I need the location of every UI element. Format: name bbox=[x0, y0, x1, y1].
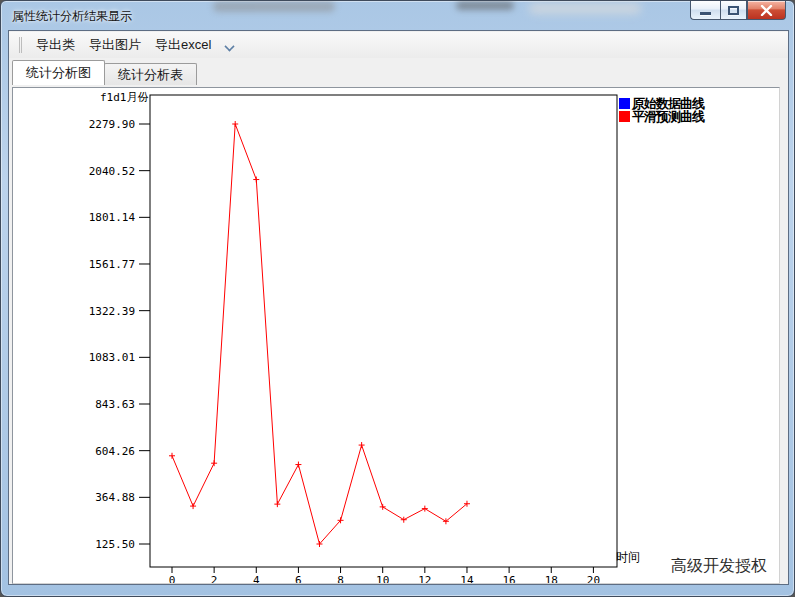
toolbar: 导出类 导出图片 导出excel bbox=[9, 32, 788, 58]
background-blur bbox=[456, 1, 514, 10]
svg-text:平滑预测曲线: 平滑预测曲线 bbox=[632, 109, 705, 124]
svg-text:8: 8 bbox=[337, 574, 344, 583]
series-line-1 bbox=[169, 121, 470, 547]
toolbar-item-export-excel[interactable]: 导出excel bbox=[148, 33, 218, 57]
svg-text:843.63: 843.63 bbox=[95, 398, 135, 411]
maximize-icon bbox=[728, 6, 739, 15]
tab-statistics-table[interactable]: 统计分析表 bbox=[104, 63, 197, 85]
svg-text:2279.90: 2279.90 bbox=[89, 118, 135, 131]
license-label: 高级开发授权 bbox=[671, 556, 767, 577]
svg-text:1083.01: 1083.01 bbox=[89, 351, 135, 364]
toolbar-item-export-image[interactable]: 导出图片 bbox=[82, 33, 148, 57]
svg-text:1322.39: 1322.39 bbox=[89, 305, 135, 318]
svg-text:0: 0 bbox=[169, 574, 176, 583]
svg-text:1801.14: 1801.14 bbox=[89, 211, 136, 224]
svg-text:125.50: 125.50 bbox=[95, 538, 135, 551]
legend: 原始数据曲线平滑预测曲线 bbox=[619, 96, 705, 124]
toolbar-grip[interactable] bbox=[19, 37, 22, 53]
svg-text:14: 14 bbox=[460, 574, 474, 583]
y-axis-title: f1d1月份 bbox=[100, 91, 149, 104]
svg-text:364.88: 364.88 bbox=[95, 491, 135, 504]
background-blur bbox=[213, 1, 335, 12]
svg-text:20: 20 bbox=[587, 574, 600, 583]
svg-text:18: 18 bbox=[545, 574, 558, 583]
svg-text:2: 2 bbox=[211, 574, 218, 583]
svg-text:4: 4 bbox=[253, 574, 260, 583]
chart-panel: f1d1月份时间125.50364.88604.26843.631083.011… bbox=[12, 87, 780, 584]
svg-text:16: 16 bbox=[502, 574, 515, 583]
line-chart: f1d1月份时间125.50364.88604.26843.631083.011… bbox=[13, 88, 779, 583]
window-controls bbox=[690, 0, 786, 20]
tab-strip: 统计分析图 统计分析表 bbox=[12, 60, 196, 85]
y-axis-labels: 125.50364.88604.26843.631083.011322.3915… bbox=[89, 118, 150, 551]
close-icon bbox=[760, 5, 773, 16]
minimize-icon bbox=[700, 12, 711, 15]
window-title: 属性统计分析结果显示 bbox=[12, 8, 132, 25]
svg-text:1561.77: 1561.77 bbox=[89, 258, 135, 271]
svg-text:10: 10 bbox=[376, 574, 389, 583]
title-bar[interactable]: 属性统计分析结果显示 bbox=[1, 1, 794, 31]
svg-text:604.26: 604.26 bbox=[95, 445, 135, 458]
toolbar-item-export-class[interactable]: 导出类 bbox=[29, 33, 82, 57]
x-axis-labels: 02468101214161820 bbox=[169, 567, 600, 583]
svg-text:6: 6 bbox=[295, 574, 302, 583]
minimize-button[interactable] bbox=[690, 0, 720, 20]
close-button[interactable] bbox=[747, 0, 786, 20]
plot-frame bbox=[150, 95, 617, 567]
background-blur bbox=[529, 3, 641, 14]
x-axis-title: 时间 bbox=[616, 550, 640, 564]
client-area: 导出类 导出图片 导出excel 统计分析图 统计分析表 f1d1月份时间125… bbox=[9, 31, 788, 584]
tab-statistics-chart[interactable]: 统计分析图 bbox=[12, 60, 105, 85]
toolbar-overflow-button[interactable] bbox=[220, 39, 239, 52]
point-markers bbox=[169, 121, 470, 547]
maximize-button[interactable] bbox=[720, 0, 747, 20]
svg-text:12: 12 bbox=[418, 574, 431, 583]
svg-text:2040.52: 2040.52 bbox=[89, 165, 135, 178]
chevron-down-icon bbox=[225, 41, 234, 50]
app-window: 属性统计分析结果显示 导出类 导出图片 导出excel bbox=[0, 0, 795, 597]
